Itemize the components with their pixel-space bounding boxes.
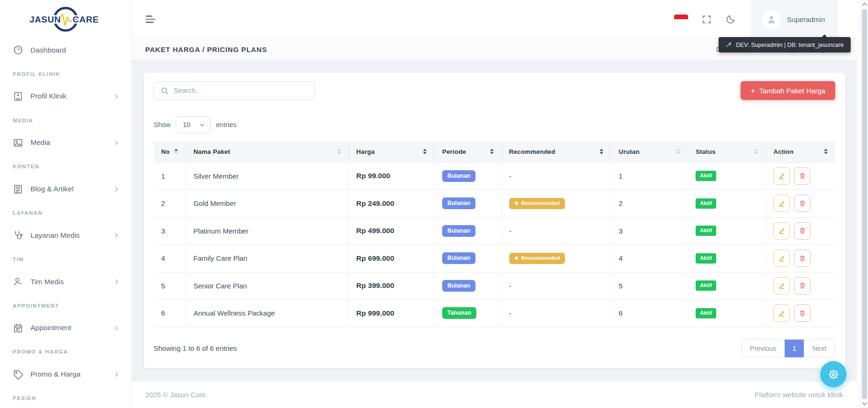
trash-icon bbox=[799, 310, 806, 317]
cell-periode: Bulanan bbox=[434, 272, 501, 300]
scrollbar-thumb[interactable] bbox=[862, 9, 867, 399]
recommended-badge-label: Recommended bbox=[521, 200, 559, 207]
pencil-icon bbox=[778, 200, 786, 207]
article-icon bbox=[13, 184, 23, 195]
search-input[interactable] bbox=[174, 87, 308, 94]
column-header-periode[interactable]: Periode bbox=[434, 141, 501, 162]
settings-fab-button[interactable] bbox=[820, 361, 846, 387]
column-header-status[interactable]: Status bbox=[688, 141, 766, 162]
cell-nama-paket: Gold Member bbox=[185, 190, 349, 218]
chevron-right-icon bbox=[113, 325, 120, 332]
status-badge: Aktif bbox=[696, 171, 716, 181]
fullscreen-icon[interactable] bbox=[701, 14, 712, 25]
cell-nama-paket: Platinum Member bbox=[185, 217, 349, 245]
periode-badge: Bulanan bbox=[442, 197, 475, 209]
sidebar-item-tim-medis[interactable]: Tim Medis bbox=[0, 270, 131, 293]
indonesia-flag-icon[interactable] bbox=[674, 15, 688, 24]
sidebar-item-media[interactable]: Media bbox=[0, 131, 131, 154]
edit-button[interactable] bbox=[773, 249, 790, 267]
cell-periode: Bulanan bbox=[434, 217, 501, 245]
sidebar-section-tim: TIM bbox=[0, 247, 131, 270]
next-page-button[interactable]: Next bbox=[804, 340, 835, 357]
column-header-harga[interactable]: Harga bbox=[349, 141, 434, 162]
sidebar-item-layanan-medis[interactable]: Layanan Medis bbox=[0, 224, 131, 247]
sidebar-item-appointment[interactable]: Appointment bbox=[0, 317, 131, 340]
column-header-recommended[interactable]: Recommended bbox=[501, 141, 611, 162]
cell-status: Aktif bbox=[688, 245, 766, 272]
column-header-nama-paket[interactable]: Nama Paket bbox=[185, 141, 349, 162]
hospital-icon bbox=[13, 91, 23, 102]
previous-page-button[interactable]: Previous bbox=[741, 340, 785, 357]
chevron-right-icon bbox=[113, 278, 120, 285]
navbar-right: Superadmin bbox=[674, 0, 857, 38]
cell-harga: Rp 399.000 bbox=[349, 272, 434, 300]
top-navbar: Superadmin bbox=[132, 0, 857, 38]
navbar-right-gap bbox=[851, 0, 857, 38]
add-paket-harga-label: Tambah Paket Harga bbox=[759, 87, 825, 95]
page-size-select[interactable]: 10 bbox=[176, 116, 211, 133]
delete-button[interactable] bbox=[794, 277, 810, 295]
scrollbar-up-arrow[interactable] bbox=[862, 2, 867, 7]
chevron-right-icon bbox=[113, 371, 120, 378]
sidebar-item-blog-artikel[interactable]: Blog & Artikel bbox=[0, 177, 131, 200]
add-paket-harga-button[interactable]: + Tambah Paket Harga bbox=[741, 81, 835, 100]
chevron-right-icon bbox=[113, 93, 120, 100]
menu-toggle-icon[interactable] bbox=[146, 15, 156, 23]
user-menu[interactable]: Superadmin bbox=[751, 0, 838, 38]
column-header-action[interactable]: Action bbox=[766, 141, 835, 162]
cell-no: 1 bbox=[154, 162, 185, 190]
edit-button[interactable] bbox=[773, 277, 790, 295]
sidebar-section-layanan: LAYANAN bbox=[0, 201, 131, 224]
chevron-right-icon bbox=[113, 139, 120, 146]
delete-button[interactable] bbox=[794, 249, 810, 267]
sidebar-section-media: MEDIA bbox=[0, 108, 131, 131]
cell-action bbox=[766, 162, 835, 190]
scrollbar-down-arrow[interactable] bbox=[862, 401, 867, 406]
delete-button[interactable] bbox=[794, 195, 810, 212]
brand-logo[interactable]: JASUN CARE bbox=[0, 0, 131, 38]
stethoscope-icon bbox=[13, 230, 23, 241]
sidebar-item-profil-klinik[interactable]: Profil Klinik bbox=[0, 85, 131, 108]
page-footer: 2025 © Jasun Care. Platform website untu… bbox=[132, 381, 857, 408]
footer-tagline: Platform website untuk klinik bbox=[755, 391, 843, 399]
cell-status: Aktif bbox=[688, 300, 766, 327]
cell-urutan: 2 bbox=[611, 190, 688, 218]
edit-button[interactable] bbox=[773, 195, 790, 212]
delete-button[interactable] bbox=[794, 222, 810, 240]
scrollbar[interactable] bbox=[860, 0, 868, 408]
sidebar-item-label: Profil Klinik bbox=[30, 92, 106, 100]
person-icon bbox=[766, 14, 777, 25]
edit-button[interactable] bbox=[773, 167, 790, 185]
column-header-urutan[interactable]: Urutan bbox=[611, 141, 688, 162]
cell-no: 6 bbox=[154, 300, 185, 327]
sidebar-item-dashboard[interactable]: Dashboard bbox=[0, 38, 131, 61]
periode-badge: Tahunan bbox=[442, 307, 476, 319]
page-1-button[interactable]: 1 bbox=[785, 340, 804, 357]
sort-icons bbox=[490, 149, 494, 154]
cell-no: 3 bbox=[154, 217, 185, 245]
column-header-no[interactable]: No bbox=[154, 141, 185, 162]
sort-icons bbox=[824, 149, 828, 154]
cell-urutan: 4 bbox=[611, 245, 688, 272]
cell-status: Aktif bbox=[688, 217, 766, 245]
pencil-icon bbox=[778, 282, 786, 289]
cell-recommended: - bbox=[501, 300, 611, 327]
sidebar-item-promo-harga[interactable]: Promo & Harga bbox=[0, 363, 131, 385]
cell-harga: Rp 999.000 bbox=[349, 300, 434, 327]
sort-icons bbox=[337, 149, 341, 154]
cell-periode: Bulanan bbox=[434, 245, 501, 272]
column-label-recommended: Recommended bbox=[509, 148, 556, 155]
edit-button[interactable] bbox=[773, 222, 790, 240]
status-badge: Aktif bbox=[696, 226, 716, 236]
column-label-periode: Periode bbox=[442, 148, 466, 155]
recommended-badge: ★Recommended bbox=[509, 253, 565, 264]
dark-mode-moon-icon[interactable] bbox=[725, 14, 736, 25]
delete-button[interactable] bbox=[794, 304, 810, 322]
cell-no: 4 bbox=[154, 245, 185, 272]
status-badge: Aktif bbox=[696, 308, 716, 318]
periode-badge: Bulanan bbox=[442, 225, 475, 237]
delete-button[interactable] bbox=[794, 167, 810, 185]
edit-button[interactable] bbox=[773, 304, 790, 322]
entries-label: entries bbox=[216, 121, 237, 128]
pricing-plans-table: NoNama PaketHargaPeriodeRecommendedUruta… bbox=[154, 141, 835, 327]
